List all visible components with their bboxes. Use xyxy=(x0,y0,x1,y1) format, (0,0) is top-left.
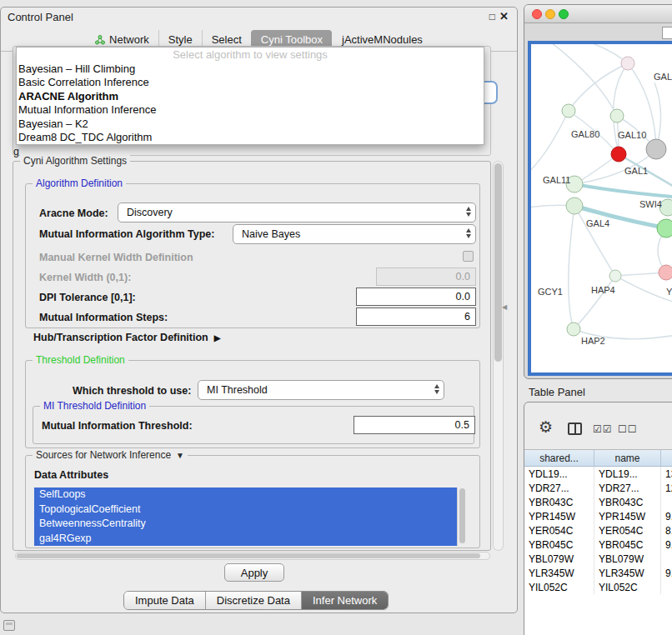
panel-divider-handle[interactable]: ◀ xyxy=(502,303,507,311)
column-header-clipped[interactable] xyxy=(661,450,672,466)
table-row[interactable]: YER054CYER054C8. xyxy=(524,523,672,538)
table-cell xyxy=(661,495,672,509)
node-label: Y xyxy=(666,287,672,297)
network-edge[interactable] xyxy=(581,44,628,63)
table-row[interactable]: YDL19...YDL19...13 xyxy=(524,467,672,481)
attribute-table-body: YDL19...YDL19...13YDR27...YDR27...12YBR0… xyxy=(524,467,672,594)
which-threshold-combobox[interactable]: MI Threshold xyxy=(198,380,444,400)
scrollbar-thumb[interactable] xyxy=(494,163,502,362)
network-node[interactable] xyxy=(609,270,621,282)
table-cell: YBR043C xyxy=(524,495,594,509)
apply-button[interactable]: Apply xyxy=(224,563,284,582)
kernel-width-input[interactable]: 0.0 xyxy=(376,268,476,286)
combo-stepper-icon xyxy=(434,384,439,394)
network-node[interactable] xyxy=(659,265,672,280)
tab-label: Cyni Toolbox xyxy=(261,33,323,47)
column-header-shared-name[interactable]: shared... xyxy=(524,450,594,466)
network-node[interactable] xyxy=(562,104,575,118)
dpi-tolerance-input[interactable]: 0.0 xyxy=(356,288,476,306)
settings-scrollbar[interactable] xyxy=(493,161,504,551)
network-node[interactable] xyxy=(657,219,672,238)
algorithm-option[interactable]: Dream8 DC_TDC Algorithm xyxy=(17,131,484,144)
table-cell: YER054C xyxy=(594,523,661,538)
table-row[interactable]: YPR145WYPR145W9. xyxy=(524,509,672,523)
network-node[interactable] xyxy=(646,139,666,159)
attribute-item[interactable]: gal4RGexp xyxy=(34,532,466,547)
mi-threshold-group-title: MI Threshold Definition xyxy=(40,400,149,412)
sources-group: Sources for Network Inference ▼ Data Att… xyxy=(25,455,480,548)
algorithm-option[interactable]: Bayesian – Hill Climbing xyxy=(17,62,484,76)
algorithm-option[interactable]: Basic Correlation Inference xyxy=(17,76,484,89)
network-node[interactable] xyxy=(566,198,583,214)
deselect-all-icon[interactable]: ☐☐ xyxy=(618,423,638,435)
network-edge[interactable] xyxy=(531,111,569,174)
tab-impute-data[interactable]: Impute Data xyxy=(124,592,205,609)
scrollbar-thumb[interactable] xyxy=(459,488,465,543)
tab-infer-network[interactable]: Infer Network xyxy=(301,592,388,609)
node-label: SWI4 xyxy=(639,199,662,209)
table-row[interactable]: YDR27...YDR27...12 xyxy=(524,481,672,495)
scrollbar-thumb[interactable] xyxy=(17,553,480,558)
bottom-tabbar: Impute Data Discretize Data Infer Networ… xyxy=(123,591,389,610)
table-cell: YDL19... xyxy=(524,467,594,481)
hub-definition-toggle[interactable]: Hub/Transcription Factor Definition ▶ xyxy=(33,332,220,343)
table-cell: YBL079W xyxy=(524,552,594,566)
attribute-item[interactable]: TopologicalCoefficient xyxy=(34,502,466,518)
network-canvas[interactable]: GALGAL80GAL10GAL1GAL11SWI4GAL4GCY1HAP4YH… xyxy=(531,44,672,372)
node-label: GAL10 xyxy=(618,130,646,140)
network-edge[interactable] xyxy=(574,276,615,329)
table-cell: 9. xyxy=(661,566,672,580)
algorithm-option[interactable]: Mutual Information Inference xyxy=(17,103,484,117)
network-node[interactable] xyxy=(621,57,634,70)
attribute-items: SelfLoopsTopologicalCoefficientBetweenne… xyxy=(34,488,466,546)
which-threshold-label: Which threshold to use: xyxy=(73,385,191,397)
network-edge[interactable] xyxy=(548,44,617,116)
zoom-traffic-light[interactable] xyxy=(559,9,569,19)
algorithm-option[interactable]: ARACNE Algorithm xyxy=(17,90,484,103)
close-traffic-light[interactable] xyxy=(532,9,542,19)
mi-threshold-input[interactable]: 0.5 xyxy=(354,416,475,434)
network-node[interactable] xyxy=(567,322,580,336)
table-row[interactable]: YIL052CYIL052C xyxy=(524,580,672,594)
combo-stepper-icon xyxy=(466,228,471,238)
settings-gear-icon[interactable]: ⚙ xyxy=(539,419,553,435)
table-cell: 9. xyxy=(661,538,672,552)
network-edge[interactable] xyxy=(574,184,672,198)
table-row[interactable]: YLR345WYLR345W9. xyxy=(524,566,672,580)
minimize-traffic-light[interactable] xyxy=(545,9,555,19)
mi-steps-input[interactable]: 6 xyxy=(356,308,476,326)
column-header-name[interactable]: name xyxy=(594,450,661,466)
combo-stepper-icon xyxy=(466,207,471,217)
table-row[interactable]: YBR045CYBR045C9. xyxy=(524,538,672,552)
node-label: HAP4 xyxy=(591,285,615,295)
close-icon[interactable]: ✕ xyxy=(499,10,509,22)
table-row[interactable]: YBL079WYBL079W xyxy=(524,552,672,566)
network-edge[interactable] xyxy=(569,206,574,329)
tab-discretize-data[interactable]: Discretize Data xyxy=(205,592,301,609)
table-cell: YPR145W xyxy=(524,509,594,523)
mi-type-combobox[interactable]: Naive Bayes xyxy=(233,224,476,244)
column-selector-icon[interactable] xyxy=(568,422,582,435)
network-node[interactable] xyxy=(610,109,624,122)
network-edge[interactable] xyxy=(615,276,672,304)
settings-hscrollbar[interactable] xyxy=(15,552,490,560)
table-cell: YDL19... xyxy=(594,467,661,481)
aracne-mode-combobox[interactable]: Discovery xyxy=(118,202,476,222)
tab-label: jActiveMNodules xyxy=(342,33,423,47)
attribute-item[interactable]: BetweennessCentrality xyxy=(34,517,466,532)
manual-kernel-checkbox[interactable] xyxy=(463,251,474,262)
data-attributes-list: SelfLoopsTopologicalCoefficientBetweenne… xyxy=(34,488,466,546)
float-window-icon[interactable]: □ xyxy=(489,11,495,22)
network-node[interactable] xyxy=(611,147,626,162)
threshold-definition-group: Threshold Definition Which threshold to … xyxy=(25,360,480,448)
network-window-titlebar[interactable] xyxy=(524,5,672,23)
collapsed-panel-icon[interactable] xyxy=(3,620,15,631)
sources-toggle[interactable]: Sources for Network Inference ▼ xyxy=(33,449,188,461)
expand-arrow-icon: ▶ xyxy=(214,333,221,342)
select-all-icon[interactable]: ☑☑ xyxy=(593,423,613,435)
list-scrollbar[interactable] xyxy=(457,488,466,546)
table-cell: 9. xyxy=(661,509,672,523)
attribute-item[interactable]: SelfLoops xyxy=(34,488,466,502)
table-row[interactable]: YBR043CYBR043C xyxy=(524,495,672,509)
algorithm-option[interactable]: Bayesian – K2 xyxy=(17,118,484,131)
